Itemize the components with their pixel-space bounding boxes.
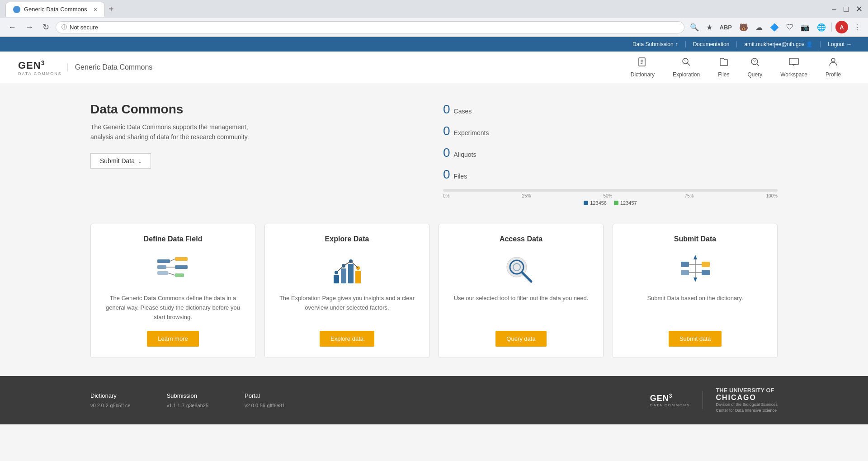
menu-button[interactable]: ⋮ [852,22,863,33]
svg-line-6 [684,60,687,62]
user-email-link[interactable]: amit.mukherjee@nih.gov 👤 [737,41,821,47]
card-access-title: Access Data [500,235,542,243]
query-data-button[interactable]: Query data [495,331,546,347]
logout-link[interactable]: Logout → [821,41,859,47]
progress-label-100: 100% [766,193,778,198]
footer: Dictionary v0.2.0-2-g5b5f1ce Submission … [0,376,868,424]
card-explore: Explore Data The Exploration Page gives … [264,224,429,358]
adblock-button[interactable]: ABP [718,23,734,32]
content-row: Data Commons The Generic Data Commons su… [90,102,778,206]
card-submit-title: Submit Data [674,235,716,243]
card-access: Access Data Use our selected tool to fil… [439,224,604,358]
legend-color-123456 [584,201,588,205]
nav-item-profile[interactable]: Profile [816,52,850,84]
svg-marker-42 [693,255,697,259]
svg-rect-26 [355,271,361,283]
exploration-icon [681,56,692,70]
address-bar[interactable]: ⓘ [56,21,684,33]
nav-item-workspace[interactable]: Workspace [771,52,816,84]
dictionary-icon [637,56,648,70]
card-explore-desc: The Exploration Page gives you insights … [274,294,420,322]
toolbar-actions: 🔍 ★ ABP 🐻 ☁ 🔷 🛡 📷 🌐 A ⋮ [688,21,863,33]
reload-button[interactable]: ↻ [40,21,52,33]
site-title: Generic Data Commons [67,63,153,71]
footer-submission-version: v1.1.1-7-g3e8ab25 [167,403,208,408]
browser-toolbar: ← → ↻ ⓘ 🔍 ★ ABP 🐻 ☁ 🔷 🛡 📷 🌐 A ⋮ [0,18,868,37]
forward-button[interactable]: → [23,22,36,33]
svg-rect-17 [175,257,188,261]
profile-icon [828,56,839,70]
extension-btn-4[interactable]: 🛡 [784,22,795,32]
extension-btn-6[interactable]: 🌐 [815,22,828,33]
nav-item-exploration[interactable]: Exploration [664,52,709,84]
footer-links: Dictionary v0.2.0-2-g5b5f1ce Submission … [90,392,285,408]
progress-area: 0% 25% 50% 75% 100% 123456 123457 [443,189,778,206]
svg-line-33 [522,273,531,282]
card-submit-desc: Submit Data based on the dictionary. [647,294,743,322]
progress-label-75: 75% [684,193,693,198]
progress-labels: 0% 25% 50% 75% 100% [443,193,778,198]
nav-item-dictionary[interactable]: Dictionary [622,52,664,84]
tab-close-btn[interactable]: × [94,6,97,13]
nav-item-files[interactable]: Files [709,52,738,84]
close-button[interactable]: ✕ [856,4,863,14]
browser-chrome: Generic Data Commons × + – □ ✕ ← → ↻ ⓘ 🔍… [0,0,868,37]
footer-col-submission: Submission v1.1.1-7-g3e8ab25 [167,392,208,408]
nav-item-query[interactable]: ? Query [738,52,771,84]
extension-btn-5[interactable]: 📷 [799,22,811,33]
card-define-icon [155,250,191,287]
card-submit-icon [677,250,713,287]
legend-color-123457 [614,201,618,205]
search-button[interactable]: 🔍 [688,22,701,33]
documentation-link[interactable]: Documentation [686,41,737,47]
learn-more-button[interactable]: Learn more [147,331,198,347]
files-icon [718,56,729,70]
legend: 123456 123457 [443,200,778,206]
bookmark-button[interactable]: ★ [704,22,714,33]
browser-tab-active[interactable]: Generic Data Commons × [5,2,105,17]
nav-files-label: Files [718,71,729,78]
minimize-button[interactable]: – [832,5,836,14]
maximize-button[interactable]: □ [844,5,849,14]
card-define: Define Data Field The Generic Data Commo… [90,224,255,358]
data-submission-link[interactable]: Data Submission ↑ [625,41,686,47]
experiments-count: 0 [443,124,450,138]
svg-rect-14 [157,259,170,263]
svg-rect-23 [334,275,339,283]
main-content: Data Commons The Generic Data Commons su… [0,84,868,376]
stats-list: 0 Cases 0 Experiments 0 Aliquots 0 Files [443,102,778,182]
new-tab-button[interactable]: + [105,2,118,16]
footer-col-dictionary: Dictionary v0.2.0-2-g5b5f1ce [90,392,131,408]
extension-btn-3[interactable]: 🔷 [768,22,781,33]
top-bar: Data Submission ↑ Documentation amit.muk… [0,37,868,52]
query-icon: ? [750,56,760,70]
svg-rect-10 [789,58,798,65]
nav-profile-label: Profile [826,71,841,78]
card-define-desc: The Generic Data Commons define the data… [100,294,246,322]
svg-rect-36 [681,270,689,275]
logo-sub-text: Data Commons [18,71,62,76]
logo-gen3-three: 3 [41,59,45,66]
aliquots-count: 0 [443,146,450,160]
user-avatar-button[interactable]: A [835,21,848,33]
header: GEN3 Data Commons Generic Data Commons D… [0,52,868,84]
progress-label-25: 25% [522,193,531,198]
back-button[interactable]: ← [5,22,19,33]
submit-data-icon: ↓ [138,157,142,165]
extension-btn-1[interactable]: 🐻 [737,22,750,33]
explore-data-button[interactable]: Explore data [320,331,374,347]
progress-track [443,189,778,192]
submit-data-card-button[interactable]: Submit data [669,331,722,347]
submit-data-main-label: Submit Data [100,157,135,165]
files-label: Files [454,173,467,180]
card-explore-icon [329,250,365,287]
address-input[interactable] [70,24,679,31]
files-count: 0 [443,167,450,182]
footer-dictionary-version: v0.2.0-2-g5b5f1ce [90,403,131,408]
extension-btn-2[interactable]: ☁ [754,22,764,33]
submit-data-main-button[interactable]: Submit Data ↓ [90,153,151,169]
cases-count: 0 [443,102,450,117]
nav-workspace-label: Workspace [780,71,807,78]
browser-titlebar: Generic Data Commons × + – □ ✕ [0,0,868,18]
footer-logos: GEN3 DATA COMMONS THE UNIVERSITY OF CHIC… [650,387,778,413]
